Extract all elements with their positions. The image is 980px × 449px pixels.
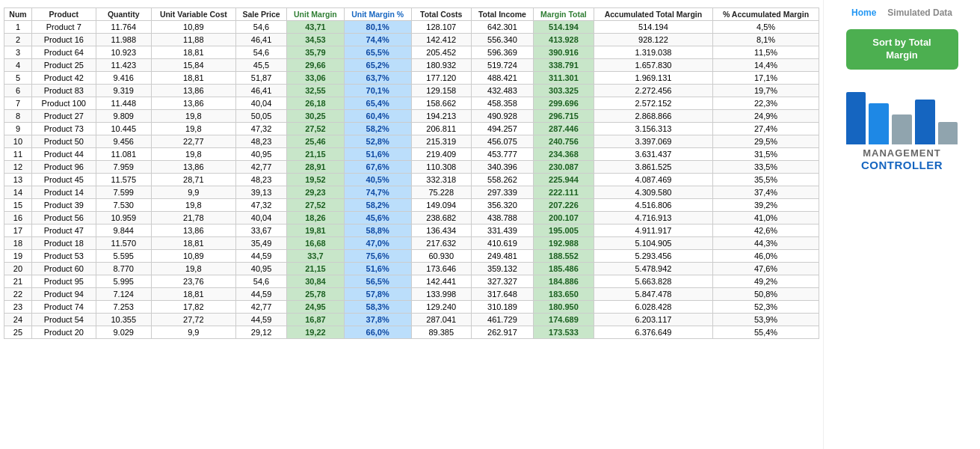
unit-margin-cell: 35,79 [287, 46, 344, 59]
header-total-costs: Total Costs [411, 8, 471, 21]
unit-margin-cell: 43,71 [287, 21, 344, 34]
header-unit-margin: Unit Margin [287, 8, 344, 21]
data-cell: 558.262 [471, 174, 533, 186]
unit-margin-cell: 25,78 [287, 288, 344, 301]
data-cell: Product 44 [31, 148, 96, 161]
data-cell: 9.319 [96, 85, 151, 97]
data-cell: Product 96 [31, 161, 96, 174]
data-cell: 19,8 [151, 263, 235, 275]
data-cell: 22,3% [713, 97, 819, 110]
data-cell: 24,9% [713, 110, 819, 123]
table-row: 3Product 6410.92318,8154,635,7965,5%205.… [4, 46, 819, 59]
unit-margin-cell: 18,26 [287, 212, 344, 224]
data-cell: 15,84 [151, 59, 235, 72]
table-row: 7Product 10011.44813,8640,0426,1865,4%15… [4, 97, 819, 110]
data-cell: 5.663.828 [594, 275, 712, 288]
data-cell: 41,0% [713, 212, 819, 224]
data-cell: Product 73 [31, 123, 96, 135]
nav-home[interactable]: Home [851, 7, 876, 18]
data-cell: 10 [4, 135, 32, 148]
table-row: 17Product 479.84413,8633,6719,8158,8%136… [4, 224, 819, 237]
data-cell: 25 [4, 326, 32, 339]
table-section: Num Product Quantity Unit Variable Cost … [0, 0, 823, 449]
data-cell: 556.340 [471, 34, 533, 46]
data-cell: 40,95 [235, 148, 287, 161]
data-cell: Product 42 [31, 72, 96, 85]
data-cell: 173.646 [411, 263, 471, 275]
unit-margin-cell: 19,52 [287, 174, 344, 186]
sidebar: Home Simulated Data Sort by Total Margin… [823, 0, 980, 449]
data-cell: 458.358 [471, 97, 533, 110]
unit-margin-pct-cell: 37,8% [344, 314, 411, 326]
data-cell: 1.319.038 [594, 46, 712, 59]
data-cell: 18,81 [151, 237, 235, 250]
data-cell: 642.301 [471, 21, 533, 34]
data-cell: 33,67 [235, 224, 287, 237]
data-cell: 29,5% [713, 135, 819, 148]
sort-button[interactable]: Sort by Total Margin [846, 29, 958, 70]
data-cell: 332.318 [411, 174, 471, 186]
bar-chart [842, 85, 962, 144]
margin-total-cell: 188.552 [534, 250, 594, 263]
data-cell: 44,59 [235, 314, 287, 326]
data-cell: 3.631.437 [594, 148, 712, 161]
data-cell: 13,86 [151, 224, 235, 237]
data-cell: 461.729 [471, 314, 533, 326]
data-cell: 142.412 [411, 34, 471, 46]
data-cell: 42,77 [235, 161, 287, 174]
data-cell: 249.481 [471, 250, 533, 263]
data-cell: Product 47 [31, 224, 96, 237]
unit-margin-pct-cell: 66,0% [344, 326, 411, 339]
margin-total-cell: 234.368 [534, 148, 594, 161]
data-cell: Product 45 [31, 174, 96, 186]
data-cell: 21 [4, 275, 32, 288]
data-cell: 340.396 [471, 161, 533, 174]
data-cell: 432.483 [471, 85, 533, 97]
data-cell: 75.228 [411, 186, 471, 199]
unit-margin-pct-cell: 58,2% [344, 199, 411, 212]
unit-margin-pct-cell: 56,5% [344, 275, 411, 288]
data-cell: 18,81 [151, 72, 235, 85]
unit-margin-cell: 19,81 [287, 224, 344, 237]
unit-margin-cell: 21,15 [287, 148, 344, 161]
data-cell: 47,6% [713, 263, 819, 275]
data-cell: 129.158 [411, 85, 471, 97]
margin-total-cell: 225.944 [534, 174, 594, 186]
data-cell: 4 [4, 59, 32, 72]
table-row: 18Product 1811.57018,8135,4916,6847,0%21… [4, 237, 819, 250]
data-cell: 9.456 [96, 135, 151, 148]
data-cell: 44,59 [235, 250, 287, 263]
data-cell: 60.930 [411, 250, 471, 263]
data-cell: 17 [4, 224, 32, 237]
table-row: 8Product 279.80919,850,0530,2560,4%194.2… [4, 110, 819, 123]
unit-margin-pct-cell: 74,4% [344, 34, 411, 46]
data-cell: 490.928 [471, 110, 533, 123]
data-cell: 10.445 [96, 123, 151, 135]
data-cell: 438.788 [471, 212, 533, 224]
data-cell: 51,87 [235, 72, 287, 85]
data-cell: 410.619 [471, 237, 533, 250]
data-cell: 287.041 [411, 314, 471, 326]
data-cell: 7.599 [96, 186, 151, 199]
data-cell: 10.923 [96, 46, 151, 59]
data-cell: Product 95 [31, 275, 96, 288]
data-cell: 31,5% [713, 148, 819, 161]
nav-simulated-data[interactable]: Simulated Data [887, 7, 952, 18]
data-cell: 4,5% [713, 21, 819, 34]
data-cell: 11 [4, 148, 32, 161]
unit-margin-cell: 27,52 [287, 199, 344, 212]
data-cell: 16 [4, 212, 32, 224]
data-cell: 50,05 [235, 110, 287, 123]
unit-margin-cell: 32,55 [287, 85, 344, 97]
data-cell: 206.811 [411, 123, 471, 135]
data-cell: 180.932 [411, 59, 471, 72]
data-table: Num Product Quantity Unit Variable Cost … [4, 7, 819, 339]
data-cell: Product 39 [31, 199, 96, 212]
table-row: 16Product 5610.95921,7840,0418,2645,6%23… [4, 212, 819, 224]
data-cell: 46,41 [235, 85, 287, 97]
table-row: 5Product 429.41618,8151,8733,0663,7%177.… [4, 72, 819, 85]
unit-margin-cell: 27,52 [287, 123, 344, 135]
unit-margin-cell: 29,66 [287, 59, 344, 72]
data-cell: 11.081 [96, 148, 151, 161]
data-cell: 456.075 [471, 135, 533, 148]
